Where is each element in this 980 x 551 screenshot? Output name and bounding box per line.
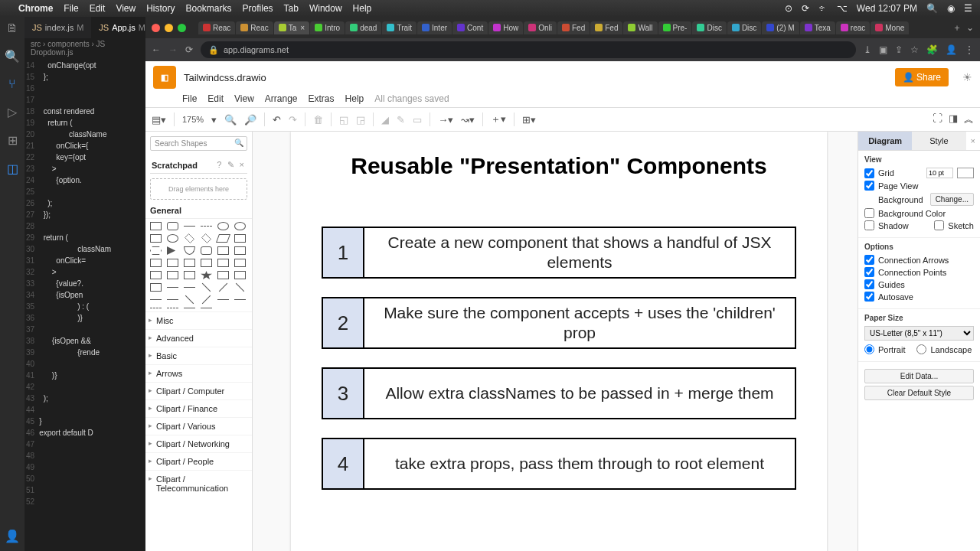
explorer-icon[interactable]: 🗎 <box>6 21 18 35</box>
refresh-icon[interactable]: ⟳ <box>802 3 809 14</box>
tab-overflow-icon[interactable]: ⌄ <box>966 22 974 33</box>
cast-icon[interactable]: ▣ <box>879 44 887 55</box>
menu-file[interactable]: File <box>64 3 78 14</box>
browser-tab[interactable]: Trait <box>382 21 416 34</box>
shape-cylinder[interactable] <box>184 246 195 255</box>
account-icon[interactable]: 👤 <box>5 529 20 543</box>
portrait-radio[interactable] <box>864 344 874 354</box>
browser-tab[interactable]: dead <box>345 21 381 34</box>
page[interactable]: Reusable "Presentation" Components 1Crea… <box>291 132 827 551</box>
menu-profiles[interactable]: Profiles <box>243 3 273 14</box>
app-name[interactable]: Chrome <box>18 3 53 14</box>
shape-ellipse[interactable] <box>234 222 246 230</box>
shape[interactable] <box>202 283 211 292</box>
shape-category[interactable]: Basic <box>145 347 252 364</box>
shape-star[interactable] <box>201 271 212 279</box>
sketch-checkbox[interactable] <box>934 220 944 230</box>
wifi-icon[interactable]: ᯤ <box>818 3 828 14</box>
shape-diamond[interactable] <box>185 233 194 243</box>
browser-tab[interactable]: reac <box>836 21 870 34</box>
browser-tab[interactable]: Fed <box>590 21 622 34</box>
shape[interactable] <box>167 299 178 300</box>
shape[interactable] <box>217 246 229 255</box>
forward-icon[interactable]: → <box>168 44 178 55</box>
document-title[interactable]: Tailwindcss.drawio <box>184 72 266 83</box>
browser-tab[interactable]: Disc <box>727 21 761 34</box>
docker-icon[interactable]: ◫ <box>7 161 18 176</box>
share-icon[interactable]: ⇪ <box>895 44 903 55</box>
browser-tab[interactable]: Reac <box>198 21 235 34</box>
browser-tab[interactable]: Onli <box>524 21 557 34</box>
menu-view[interactable]: View <box>116 3 136 14</box>
shape[interactable] <box>150 283 162 292</box>
fullscreen-icon[interactable]: ⛶ <box>933 112 942 126</box>
shape-category[interactable]: Clipart / People <box>145 452 252 470</box>
menu-icon[interactable]: ☰ <box>964 3 972 14</box>
shape-line[interactable] <box>184 226 195 227</box>
reload-icon[interactable]: ⟳ <box>185 44 193 55</box>
undo-icon[interactable]: ↶ <box>273 114 281 126</box>
shape-category[interactable]: Clipart / Networking <box>145 435 252 452</box>
shape[interactable] <box>217 259 229 267</box>
shape[interactable] <box>167 271 178 279</box>
tab-diagram[interactable]: Diagram <box>858 132 912 150</box>
browser-tab[interactable]: How <box>488 21 523 34</box>
shape[interactable] <box>234 234 246 243</box>
code-editor[interactable]: 14 15 16 17 18 19 20 21 22 23 24 25 26 2… <box>24 58 145 509</box>
menu-extras[interactable]: Extras <box>309 93 335 104</box>
bookmark-icon[interactable]: ☆ <box>910 44 919 55</box>
shape-dashed[interactable] <box>201 226 212 227</box>
shape[interactable] <box>150 234 162 243</box>
clock[interactable]: Wed 12:07 PM <box>857 3 917 14</box>
extensions-icon[interactable]: 🧩 <box>926 44 938 55</box>
zoom-input[interactable]: 175% <box>182 115 204 124</box>
shape[interactable] <box>201 246 212 255</box>
insert-icon[interactable]: ＋▾ <box>491 112 506 126</box>
grid-size-input[interactable] <box>926 168 953 178</box>
scratchpad-dropzone[interactable]: Drag elements here <box>150 178 247 200</box>
menu-arrange[interactable]: Arrange <box>265 93 298 104</box>
back-icon[interactable]: ← <box>152 44 161 55</box>
shape-parallelogram[interactable] <box>216 234 230 243</box>
to-back-icon[interactable]: ◲ <box>356 114 365 126</box>
menu-history[interactable]: History <box>146 3 175 14</box>
zoom-out-icon[interactable]: 🔎 <box>244 114 256 126</box>
shape-category[interactable]: Arrows <box>145 364 252 382</box>
search-icon[interactable]: 🔍 <box>5 49 20 64</box>
browser-tab[interactable]: (2) M <box>762 21 799 34</box>
general-section[interactable]: General <box>145 203 252 219</box>
redo-icon[interactable]: ↷ <box>289 114 297 126</box>
browser-tab[interactable]: Reac <box>236 21 273 34</box>
browser-tab[interactable]: Texa <box>800 21 835 34</box>
browser-tab[interactable]: Cont <box>452 21 488 34</box>
browser-tab[interactable]: Pre- <box>658 21 692 34</box>
browser-tab[interactable]: Disc <box>692 21 726 34</box>
menu-view[interactable]: View <box>234 93 254 104</box>
shape-diamond[interactable] <box>201 233 211 243</box>
shape[interactable] <box>184 287 195 288</box>
shape[interactable] <box>234 259 246 267</box>
menu-bookmarks[interactable]: Bookmarks <box>186 3 232 14</box>
browser-tab[interactable]: Inter <box>417 21 452 34</box>
shape[interactable] <box>167 287 178 288</box>
points-checkbox[interactable] <box>864 267 874 277</box>
menu-help[interactable]: Help <box>353 3 372 14</box>
menu-edit[interactable]: Edit <box>207 93 224 104</box>
editor-tab[interactable]: JSindex.jsM <box>24 17 91 38</box>
autosave-checkbox[interactable] <box>864 292 874 302</box>
shadow-icon[interactable]: ▭ <box>413 114 422 126</box>
zoom-caret-icon[interactable]: ▾ <box>211 114 217 126</box>
shape[interactable] <box>167 259 178 267</box>
shape[interactable] <box>202 295 211 304</box>
table-icon[interactable]: ⊞▾ <box>522 114 536 126</box>
shape-category[interactable]: Clipart / Various <box>145 417 252 435</box>
search-shapes-input[interactable]: Search Shapes <box>150 136 247 151</box>
browser-tab[interactable]: Wall <box>623 21 657 34</box>
step-row[interactable]: 4take extra props, pass them through to … <box>322 438 796 490</box>
status-icon[interactable]: ⊙ <box>785 3 792 14</box>
shape-rounded[interactable] <box>167 222 178 230</box>
menu-file[interactable]: File <box>182 93 197 104</box>
menu-help[interactable]: Help <box>345 93 364 104</box>
shape[interactable] <box>184 271 195 279</box>
shape-hexagon[interactable] <box>150 246 162 255</box>
